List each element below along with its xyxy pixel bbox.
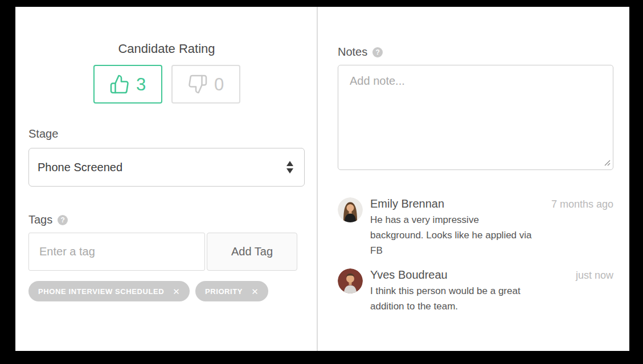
note-author: Emily Brennan bbox=[370, 197, 444, 210]
note-entry: Yves Boudreau just now I think this pers… bbox=[338, 268, 613, 314]
thumbs-up-icon bbox=[109, 74, 130, 94]
note-timestamp: just now bbox=[576, 270, 613, 282]
avatar bbox=[338, 268, 363, 293]
stage-selected-value: Phone Screened bbox=[38, 161, 122, 174]
tag-pill-label: PHONE INTERVIEW SCHEDULED bbox=[38, 287, 164, 296]
note-timestamp: 7 months ago bbox=[551, 198, 613, 210]
note-content: Yves Boudreau just now I think this pers… bbox=[370, 268, 613, 314]
thumbs-down-icon bbox=[187, 74, 208, 94]
stage-label: Stage bbox=[28, 127, 305, 140]
tags-help-icon[interactable]: ? bbox=[58, 215, 68, 225]
rating-buttons-row: 3 0 bbox=[28, 65, 305, 104]
thumbs-up-count: 3 bbox=[136, 76, 146, 93]
tag-pill-label: PRIORITY bbox=[205, 287, 243, 296]
add-tag-button[interactable]: Add Tag bbox=[207, 233, 297, 271]
tag-pill: PHONE INTERVIEW SCHEDULED ✕ bbox=[28, 281, 190, 301]
note-text: I think this person would be a great add… bbox=[370, 283, 533, 314]
note-textarea[interactable] bbox=[338, 65, 613, 170]
notes-panel: Notes ? bbox=[318, 7, 629, 351]
thumbs-down-count: 0 bbox=[214, 76, 224, 93]
rating-stage-tags-panel: Candidate Rating 3 0 bbox=[15, 7, 317, 351]
notes-list: Emily Brennan 7 months ago He has a very… bbox=[338, 197, 613, 314]
tag-input[interactable] bbox=[28, 233, 205, 271]
select-arrows-icon bbox=[286, 161, 294, 173]
note-text: He has a very impressive background. Loo… bbox=[370, 212, 533, 258]
remove-tag-icon[interactable]: ✕ bbox=[251, 287, 259, 296]
candidate-rating-title: Candidate Rating bbox=[28, 42, 305, 56]
avatar bbox=[338, 197, 363, 222]
note-author: Yves Boudreau bbox=[370, 268, 448, 282]
thumbs-up-button[interactable]: 3 bbox=[93, 65, 162, 104]
note-content: Emily Brennan 7 months ago He has a very… bbox=[370, 197, 613, 258]
candidate-detail-card: Candidate Rating 3 0 bbox=[15, 7, 629, 351]
note-textarea-wrap bbox=[338, 65, 613, 170]
notes-label-row: Notes ? bbox=[338, 46, 613, 59]
notes-label: Notes bbox=[338, 46, 367, 59]
tags-label-row: Tags ? bbox=[28, 213, 305, 226]
thumbs-down-button[interactable]: 0 bbox=[171, 65, 240, 104]
resize-handle-icon[interactable] bbox=[604, 159, 611, 166]
stage-select[interactable]: Phone Screened bbox=[28, 148, 305, 187]
tags-label: Tags bbox=[28, 213, 52, 226]
tag-pills-row: PHONE INTERVIEW SCHEDULED ✕ PRIORITY ✕ bbox=[28, 281, 305, 301]
tag-entry-row: Add Tag bbox=[28, 233, 297, 271]
remove-tag-icon[interactable]: ✕ bbox=[173, 287, 180, 296]
note-entry: Emily Brennan 7 months ago He has a very… bbox=[338, 197, 613, 258]
notes-help-icon[interactable]: ? bbox=[372, 47, 383, 57]
tag-pill: PRIORITY ✕ bbox=[195, 281, 268, 301]
